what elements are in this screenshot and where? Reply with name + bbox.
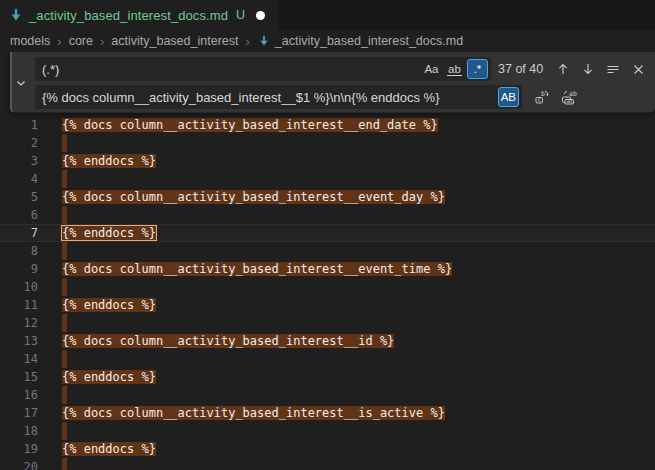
- code-line[interactable]: 15{% enddocs %}: [0, 368, 655, 386]
- toggle-replace-chevron-icon[interactable]: [13, 75, 29, 91]
- line-content: {% enddocs %}: [62, 224, 156, 242]
- line-content: [62, 458, 67, 470]
- line-number: 16: [0, 386, 38, 404]
- line-number: 5: [0, 188, 38, 206]
- line-content: [62, 422, 67, 440]
- empty-match-highlight: [62, 206, 67, 224]
- breadcrumb-item[interactable]: core: [69, 34, 93, 48]
- replace-all-icon[interactable]: ab ac: [559, 87, 579, 107]
- breadcrumb-item[interactable]: models: [10, 34, 50, 48]
- find-match-highlight: {% enddocs %}: [62, 298, 156, 312]
- line-content: [62, 350, 67, 368]
- current-find-match: {% enddocs %}: [62, 226, 156, 240]
- previous-match-button[interactable]: [553, 59, 573, 79]
- code-line[interactable]: 2: [0, 134, 655, 152]
- line-number: 20: [0, 458, 38, 470]
- find-nav-buttons: [553, 59, 648, 79]
- line-number: 11: [0, 296, 38, 314]
- code-line[interactable]: 18: [0, 422, 655, 440]
- code-area[interactable]: 1{% docs column__activity_based_interest…: [0, 116, 655, 470]
- markdown-file-icon: [8, 7, 24, 23]
- line-content: {% docs column__activity_based_interest_…: [62, 260, 452, 278]
- line-content: [62, 170, 67, 188]
- svg-text:c: c: [538, 96, 542, 104]
- line-content: [62, 134, 67, 152]
- line-number: 18: [0, 422, 38, 440]
- preserve-case-label: AB: [501, 91, 516, 103]
- match-case-toggle[interactable]: Aa: [421, 59, 442, 79]
- line-content: {% enddocs %}: [62, 440, 156, 458]
- code-line[interactable]: 1{% docs column__activity_based_interest…: [0, 116, 655, 134]
- chevron-right-icon: ›: [100, 34, 104, 49]
- vscode-window: _activity_based_interest_docs.md U model…: [0, 0, 655, 470]
- find-match-highlight: {% docs column__activity_based_interest_…: [62, 118, 438, 132]
- code-line[interactable]: 3{% enddocs %}: [0, 152, 655, 170]
- line-number: 3: [0, 152, 38, 170]
- replace-icon[interactable]: b c: [532, 87, 552, 107]
- git-status-badge: U: [236, 8, 245, 22]
- tab-active[interactable]: _activity_based_interest_docs.md U: [0, 0, 278, 30]
- find-match-highlight: {% docs column__activity_based_interest_…: [62, 190, 445, 204]
- empty-match-highlight: [62, 458, 67, 470]
- find-options: Aa ab .*: [421, 59, 488, 79]
- next-match-button[interactable]: [578, 59, 598, 79]
- code-line[interactable]: 4: [0, 170, 655, 188]
- code-line[interactable]: 13{% docs column__activity_based_interes…: [0, 332, 655, 350]
- code-line[interactable]: 12: [0, 314, 655, 332]
- line-number: 10: [0, 278, 38, 296]
- replace-input-box: AB: [35, 85, 522, 109]
- empty-match-highlight: [62, 242, 67, 260]
- code-line[interactable]: 5{% docs column__activity_based_interest…: [0, 188, 655, 206]
- chevron-right-icon: ›: [57, 34, 61, 49]
- line-number: 7: [0, 224, 38, 242]
- line-content: {% enddocs %}: [62, 152, 156, 170]
- line-number: 19: [0, 440, 38, 458]
- empty-match-highlight: [62, 386, 67, 404]
- code-line[interactable]: 17{% docs column__activity_based_interes…: [0, 404, 655, 422]
- breadcrumb-item[interactable]: activity_based_interest: [111, 34, 238, 48]
- empty-match-highlight: [62, 134, 67, 152]
- line-content: {% docs column__activity_based_interest_…: [62, 332, 394, 350]
- regex-toggle[interactable]: .*: [467, 59, 488, 79]
- find-in-selection-button[interactable]: [603, 59, 623, 79]
- line-number: 6: [0, 206, 38, 224]
- line-content: {% enddocs %}: [62, 296, 156, 314]
- breadcrumb: models›core›activity_based_interest› _ac…: [0, 30, 655, 52]
- whole-word-label: ab: [447, 63, 462, 76]
- whole-word-toggle[interactable]: ab: [444, 59, 465, 79]
- code-line[interactable]: 19{% enddocs %}: [0, 440, 655, 458]
- empty-match-highlight: [62, 350, 67, 368]
- code-line[interactable]: 11{% enddocs %}: [0, 296, 655, 314]
- breadcrumb-file[interactable]: _activity_based_interest_docs.md: [257, 34, 463, 48]
- line-number: 13: [0, 332, 38, 350]
- code-line[interactable]: 10: [0, 278, 655, 296]
- preserve-case-toggle[interactable]: AB: [498, 87, 519, 107]
- line-content: {% docs column__activity_based_interest_…: [62, 404, 445, 422]
- code-line[interactable]: 16: [0, 386, 655, 404]
- code-line[interactable]: 14: [0, 350, 655, 368]
- code-line[interactable]: 20: [0, 458, 655, 470]
- find-match-highlight: {% docs column__activity_based_interest_…: [62, 406, 445, 420]
- match-case-label: Aa: [424, 63, 438, 75]
- modified-dot-icon[interactable]: [256, 11, 265, 20]
- code-line[interactable]: 9{% docs column__activity_based_interest…: [0, 260, 655, 278]
- close-icon[interactable]: [628, 59, 648, 79]
- code-line[interactable]: 6: [0, 206, 655, 224]
- line-content: {% enddocs %}: [62, 368, 156, 386]
- line-content: [62, 386, 67, 404]
- svg-text:ab: ab: [569, 90, 577, 98]
- find-widget: Aa ab .* 37 of 40: [10, 52, 655, 113]
- line-number: 2: [0, 134, 38, 152]
- line-number: 15: [0, 368, 38, 386]
- chevron-right-icon: ›: [245, 34, 249, 49]
- line-content: [62, 314, 67, 332]
- tab-bar: _activity_based_interest_docs.md U: [0, 0, 655, 30]
- line-content: {% docs column__activity_based_interest_…: [62, 188, 445, 206]
- editor-pane[interactable]: 1{% docs column__activity_based_interest…: [0, 52, 655, 470]
- code-line[interactable]: 8: [0, 242, 655, 260]
- replace-input[interactable]: [35, 85, 522, 109]
- match-count: 37 of 40: [498, 57, 543, 81]
- code-line[interactable]: 7{% enddocs %}: [0, 224, 655, 242]
- replace-options: AB: [498, 87, 519, 107]
- find-match-highlight: {% enddocs %}: [62, 154, 156, 168]
